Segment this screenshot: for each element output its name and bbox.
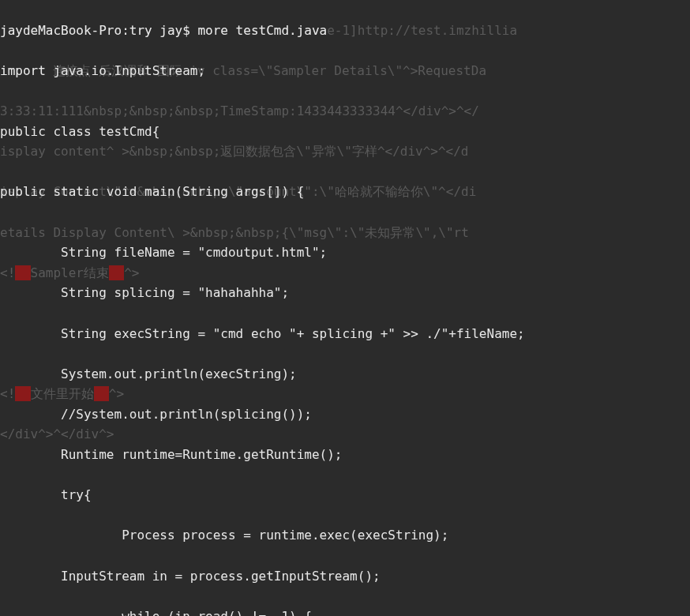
- code-line: public static void main(String args[]) {: [0, 182, 690, 202]
- terminal-output[interactable]: jaydeMacBook-Pro:try jay$ more testCmd.j…: [0, 0, 690, 616]
- prompt-line: jaydeMacBook-Pro:try jay$ more testCmd.j…: [0, 21, 690, 41]
- code-line: Runtime runtime=Runtime.getRuntime();: [0, 445, 690, 465]
- code-line: Process process = runtime.exec(execStrin…: [0, 525, 690, 546]
- code-line: //System.out.println(splicing());: [0, 404, 690, 425]
- code-line: System.out.println(execString);: [0, 364, 690, 385]
- code-line: String splicing = "hahahahha";: [0, 283, 690, 303]
- code-line: public class testCmd{: [0, 122, 690, 142]
- code-line: String execString = "cmd echo "+ splicin…: [0, 324, 690, 344]
- code-line: try{: [0, 485, 690, 505]
- code-line: String fileName = "cmdoutput.html";: [0, 242, 690, 263]
- code-line: import java.io.InputStream;: [0, 61, 690, 81]
- code-line: InputStream in = process.getInputStream(…: [0, 566, 690, 587]
- code-line: while (in.read() != -1) {: [0, 607, 690, 616]
